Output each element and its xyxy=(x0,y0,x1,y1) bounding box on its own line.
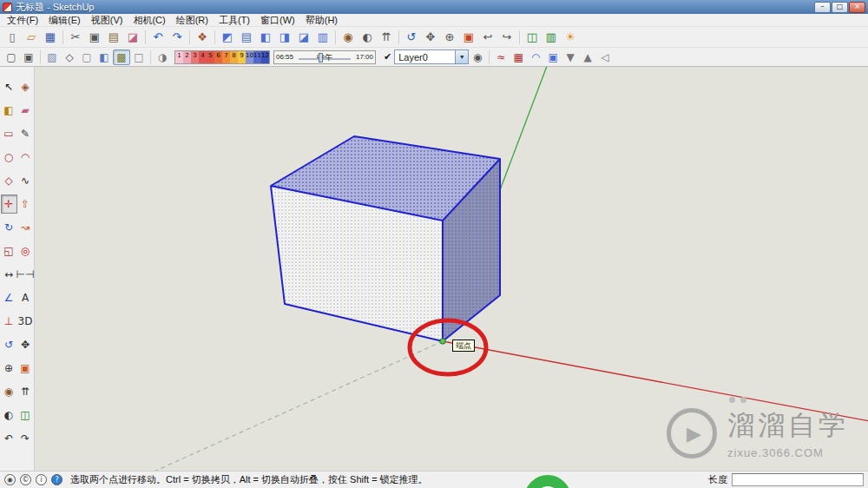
flip-edge-button[interactable]: ◁ xyxy=(596,49,614,65)
select-tool[interactable]: ↖ xyxy=(1,77,17,96)
display-profiles-button[interactable]: ▣ xyxy=(20,49,37,65)
section-plane-button[interactable]: ◫ xyxy=(523,29,542,46)
drape-button[interactable]: ▼ xyxy=(562,49,579,65)
dimension-tool[interactable]: ⊢⊣ xyxy=(17,265,34,284)
tape-measure-tool[interactable]: ↔ xyxy=(1,265,17,284)
open-button[interactable]: ▱ xyxy=(22,29,41,46)
new-button[interactable]: ▯ xyxy=(3,29,22,46)
menu-view[interactable]: 视图(V) xyxy=(86,14,128,26)
make-component-tool[interactable]: ◈ xyxy=(17,77,34,96)
stamp-button[interactable]: ▣ xyxy=(544,49,562,65)
axes-tool[interactable]: ⊥ xyxy=(1,312,17,331)
monochrome-mode-button[interactable]: □ xyxy=(130,49,148,65)
line-tool[interactable]: ✎ xyxy=(17,124,34,143)
shadow-time-slider[interactable]: 06:55 中午 17:00 xyxy=(273,50,376,64)
text-tool[interactable]: A xyxy=(17,288,34,307)
shadows-button[interactable]: ☀ xyxy=(561,29,580,46)
polygon-tool[interactable]: ◇ xyxy=(1,171,17,190)
geolocation-icon[interactable]: ◉ xyxy=(4,474,16,485)
position-camera-tool[interactable]: ◉ xyxy=(1,382,17,401)
position-camera-button[interactable]: ◉ xyxy=(339,29,358,46)
front-view-button[interactable]: ◧ xyxy=(256,29,275,46)
arc-tool[interactable]: ◠ xyxy=(17,148,34,167)
top-view-button[interactable]: ▤ xyxy=(237,29,256,46)
add-detail-button[interactable]: ▲ xyxy=(579,49,596,65)
hidden-line-mode-button[interactable]: ▢ xyxy=(78,49,95,65)
next-view-tool[interactable]: ↷ xyxy=(17,429,34,448)
save-button[interactable]: ▦ xyxy=(41,29,60,46)
zoom-button[interactable]: ⊕ xyxy=(440,29,459,46)
zoom-extents-button[interactable]: ▣ xyxy=(459,29,478,46)
undo-button[interactable]: ↶ xyxy=(148,29,168,46)
shadow-month-slider[interactable]: 123456789101112 xyxy=(174,50,270,64)
shaded-mode-button[interactable]: ◧ xyxy=(95,49,113,65)
menu-edit[interactable]: 编辑(E) xyxy=(43,14,86,26)
circle-tool[interactable]: ○ xyxy=(1,148,17,167)
redo-button[interactable]: ↷ xyxy=(168,29,187,46)
time-slider-thumb[interactable] xyxy=(319,53,323,63)
menu-help[interactable]: 帮助(H) xyxy=(300,14,343,26)
paste-button[interactable]: ▤ xyxy=(104,29,123,46)
move-tool[interactable]: ✛ xyxy=(1,195,17,214)
previous-view-button[interactable]: ↩ xyxy=(478,29,497,46)
erase-button[interactable]: ◪ xyxy=(123,29,142,46)
make-component-button[interactable]: ❖ xyxy=(193,29,212,46)
rotate-tool[interactable]: ↻ xyxy=(1,218,17,237)
smoove-button[interactable]: ◠ xyxy=(527,49,544,65)
minimize-button[interactable]: – xyxy=(814,2,831,13)
iso-view-button[interactable]: ◩ xyxy=(218,29,237,46)
shadow-toggle-button[interactable]: ◑ xyxy=(154,49,171,65)
credits-icon[interactable]: © xyxy=(20,474,31,485)
menu-tools[interactable]: 工具(T) xyxy=(214,14,255,26)
eraser-tool[interactable]: ▰ xyxy=(17,101,34,120)
help-icon[interactable]: ? xyxy=(51,474,62,485)
section-cuts-button[interactable]: ▥ xyxy=(542,29,561,46)
selected-cube[interactable] xyxy=(271,136,500,341)
menu-camera[interactable]: 相机(C) xyxy=(128,14,170,26)
sandbox-from-scratch-button[interactable]: ▦ xyxy=(510,49,527,65)
close-button[interactable]: × xyxy=(849,2,865,13)
cut-button[interactable]: ✂ xyxy=(66,29,85,46)
paint-bucket-tool[interactable]: ◧ xyxy=(1,101,17,120)
drawing-canvas[interactable]: 端点 ▶ 溜溜自学 zixue.3066.COM xyxy=(35,67,868,471)
section-plane-tool[interactable]: ◫ xyxy=(17,406,34,425)
layer-dropdown[interactable]: Layer0 ▼ xyxy=(394,49,469,64)
protractor-tool[interactable]: ∠ xyxy=(1,288,17,307)
maximize-button[interactable]: □ xyxy=(832,2,848,13)
right-view-button[interactable]: ◨ xyxy=(275,29,294,46)
left-view-button[interactable]: ▥ xyxy=(313,29,332,46)
menu-file[interactable]: 文件(F) xyxy=(2,14,43,26)
dropdown-arrow-icon[interactable]: ▼ xyxy=(455,50,468,63)
model-info-icon[interactable]: i xyxy=(36,474,47,485)
walk-tool[interactable]: ⇈ xyxy=(17,382,34,401)
previous-view-tool[interactable]: ↶ xyxy=(1,429,17,448)
walk-button[interactable]: ⇈ xyxy=(377,29,396,46)
xray-mode-button[interactable]: ▨ xyxy=(43,49,61,65)
zoom-extents-tool[interactable]: ▣ xyxy=(17,359,34,378)
display-edges-button[interactable]: ▢ xyxy=(3,49,20,65)
orbit-tool[interactable]: ↺ xyxy=(1,335,17,354)
menu-draw[interactable]: 绘图(R) xyxy=(171,14,214,26)
zoom-tool[interactable]: ⊕ xyxy=(1,359,17,378)
layer-manager-button[interactable]: ◉ xyxy=(469,49,486,65)
3d-text-tool[interactable]: 3D xyxy=(17,312,34,331)
wireframe-mode-button[interactable]: ◇ xyxy=(61,49,78,65)
sandbox-from-contours-button[interactable]: ≈ xyxy=(492,49,510,65)
menu-window[interactable]: 窗口(W) xyxy=(255,14,300,26)
textured-mode-button[interactable]: ▩ xyxy=(113,49,130,65)
next-view-button[interactable]: ↪ xyxy=(497,29,516,46)
orbit-button[interactable]: ↺ xyxy=(402,29,421,46)
follow-me-tool[interactable]: ↝ xyxy=(17,218,34,237)
rectangle-tool[interactable]: ▭ xyxy=(1,124,17,143)
measurement-input[interactable] xyxy=(732,473,864,486)
pan-button[interactable]: ✥ xyxy=(421,29,440,46)
offset-tool[interactable]: ◎ xyxy=(17,241,34,260)
scale-tool[interactable]: ◱ xyxy=(1,241,17,260)
copy-button[interactable]: ▣ xyxy=(85,29,104,46)
back-view-button[interactable]: ◪ xyxy=(294,29,313,46)
look-around-tool[interactable]: ◐ xyxy=(1,406,17,425)
pan-tool[interactable]: ✥ xyxy=(17,335,34,354)
look-around-button[interactable]: ◐ xyxy=(358,29,377,46)
push-pull-tool[interactable]: ⇧ xyxy=(17,195,34,214)
freehand-tool[interactable]: ∿ xyxy=(17,171,34,190)
